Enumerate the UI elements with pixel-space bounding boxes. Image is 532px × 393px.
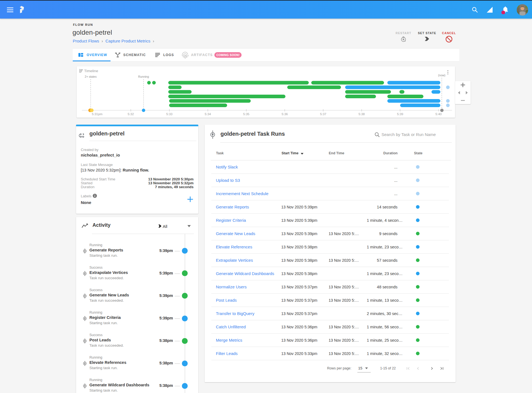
- svg-text:5:34: 5:34: [205, 112, 211, 116]
- svg-text:5:37: 5:37: [320, 112, 326, 116]
- svg-text:5:35: 5:35: [243, 112, 249, 116]
- svg-text:(now): (now): [438, 74, 445, 77]
- svg-text:Timeline: Timeline: [84, 69, 98, 73]
- svg-text:5:32: 5:32: [128, 112, 134, 116]
- svg-text:5:31pm: 5:31pm: [92, 112, 102, 116]
- svg-text:5:40: 5:40: [435, 112, 441, 116]
- svg-text:Running: Running: [138, 75, 149, 78]
- svg-text:2+ states: 2+ states: [85, 75, 97, 78]
- svg-text:5:38: 5:38: [358, 112, 365, 116]
- svg-text:5:39: 5:39: [397, 112, 403, 116]
- svg-text:5:36: 5:36: [282, 112, 288, 116]
- svg-text:5:33: 5:33: [166, 112, 172, 116]
